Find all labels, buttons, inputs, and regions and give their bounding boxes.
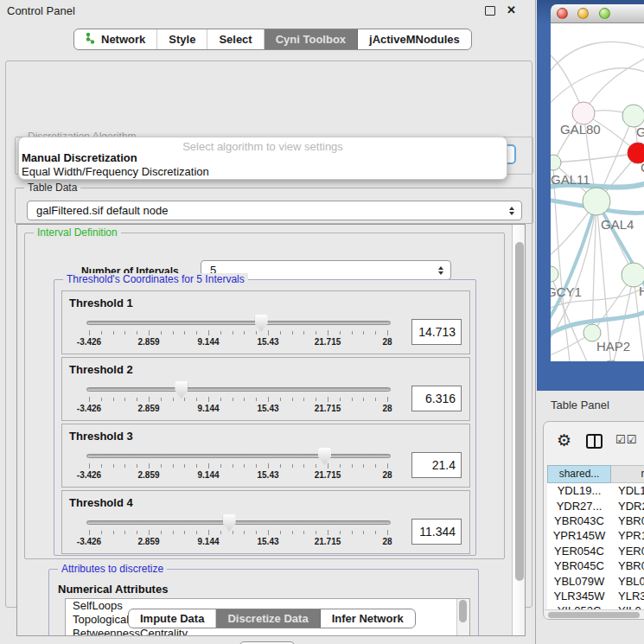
- interval-definition-group: Interval Definition Number of Intervals …: [24, 233, 505, 559]
- tick-mark: [101, 531, 102, 534]
- tick-mark: [113, 398, 114, 401]
- table-row[interactable]: YPR145WYPR1: [547, 528, 644, 543]
- threshold-value-field-4[interactable]: 11.344: [411, 519, 462, 545]
- tick-mark: [328, 397, 328, 402]
- cell-name: YBL0: [611, 575, 644, 588]
- slider-track[interactable]: [86, 387, 391, 392]
- tick-mark: [149, 397, 150, 402]
- tick-mark: [280, 331, 281, 335]
- attributes-list-scrollbar[interactable]: [456, 599, 469, 636]
- table-row[interactable]: YER054CYER0: [547, 544, 644, 558]
- bottom-tab-discretize-data[interactable]: Discretize Data: [216, 609, 320, 628]
- tick-mark: [161, 398, 162, 401]
- tick-mark: [316, 398, 316, 401]
- table-row[interactable]: YBR043CYBR0: [547, 513, 644, 528]
- gear-icon[interactable]: ⚙: [557, 430, 571, 450]
- slider-thumb-3[interactable]: [318, 448, 331, 465]
- dropdown-option-equal-width-frequency-discretization[interactable]: Equal Width/Frequency Discretization: [22, 165, 504, 179]
- column-header-name[interactable]: name: [611, 465, 644, 483]
- network-edge[interactable]: [592, 201, 596, 333]
- table-row[interactable]: YIL052CYIL0: [547, 603, 644, 609]
- split-columns-icon[interactable]: [586, 434, 603, 449]
- tick-mark: [89, 530, 90, 535]
- tick-label: -3.426: [70, 404, 108, 413]
- network-node-gcy1[interactable]: [551, 266, 558, 282]
- network-node-gal4[interactable]: [583, 188, 610, 215]
- threshold-value-field-1[interactable]: 14.713: [411, 319, 462, 345]
- threshold-slider-4[interactable]: -3.4262.8599.14415.4321.71528: [86, 513, 391, 553]
- bottom-tab-impute-data[interactable]: Impute Data: [129, 609, 216, 628]
- column-header-shared-name[interactable]: shared...: [547, 465, 611, 483]
- slider-thumb-2[interactable]: [175, 381, 188, 399]
- threshold-value-field-2[interactable]: 6.316: [411, 386, 462, 411]
- cell-shared-name: YDL19...: [547, 484, 611, 497]
- float-window-icon[interactable]: [485, 6, 495, 16]
- network-edge[interactable]: [551, 41, 644, 77]
- control-panel: Control Panel ✕ NetworkStyleSelectCyni T…: [0, 0, 536, 644]
- cell-shared-name: YLR345W: [547, 590, 611, 603]
- slider-thumb-4[interactable]: [223, 514, 236, 532]
- minimize-traffic-light-icon[interactable]: [577, 8, 589, 19]
- select-columns-checkboxes-icon[interactable]: ☑☑: [615, 433, 637, 446]
- cell-shared-name: YBL079W: [547, 575, 611, 588]
- tick-mark: [292, 398, 293, 401]
- network-edge[interactable]: [553, 153, 638, 163]
- tick-mark: [173, 531, 174, 534]
- tick-label: 9.144: [189, 404, 227, 413]
- network-canvas[interactable]: GAL80GACGAL11GAL4GCY1HHAP2: [551, 23, 644, 361]
- threshold-box-3: Threshold 3-3.4262.8599.14415.4321.71528…: [61, 424, 470, 488]
- table-row[interactable]: YDR27...YDR2: [547, 498, 644, 513]
- tab-network[interactable]: Network: [74, 29, 157, 49]
- tab-style[interactable]: Style: [157, 29, 207, 49]
- slider-track[interactable]: [86, 454, 391, 458]
- tick-mark: [244, 331, 245, 335]
- tick-label: 15.43: [249, 537, 287, 546]
- slider-thumb-1[interactable]: [255, 315, 268, 332]
- zoom-traffic-light-icon[interactable]: [599, 8, 610, 19]
- tick-mark: [161, 531, 162, 534]
- table-row[interactable]: YBR045CYBR0: [547, 558, 644, 573]
- table-panel-title: Table Panel: [551, 399, 609, 411]
- network-node[interactable]: [602, 360, 621, 361]
- threshold-slider-2[interactable]: -3.4262.8599.14415.4321.71528: [86, 380, 391, 420]
- threshold-slider-1[interactable]: -3.4262.8599.14415.4321.71528: [86, 314, 391, 354]
- tick-label: 28: [368, 404, 406, 413]
- table-row[interactable]: YDL19...YDL1: [547, 483, 644, 498]
- tab-select[interactable]: Select: [207, 29, 264, 49]
- tick-label: 28: [368, 470, 406, 480]
- tab-label: Style: [169, 33, 195, 46]
- tick-mark: [233, 531, 233, 534]
- table-data-combobox[interactable]: galFiltered.sif default node: [27, 201, 522, 220]
- table-horizontal-scrollbar[interactable]: [545, 609, 644, 620]
- settings-scrollbar-thumb[interactable]: [515, 242, 524, 581]
- tab-cyni-toolbox[interactable]: Cyni Toolbox: [265, 29, 358, 49]
- tick-mark: [124, 531, 125, 534]
- bottom-tab-infer-network[interactable]: Infer Network: [321, 609, 415, 628]
- tick-mark: [375, 398, 376, 401]
- tab-jactivemnodules[interactable]: jActiveMNodules: [358, 29, 471, 49]
- tick-mark: [184, 531, 185, 534]
- close-icon[interactable]: ✕: [507, 3, 516, 16]
- network-node-label: C: [641, 160, 644, 175]
- table-row[interactable]: YLR345WYLR3: [547, 589, 644, 603]
- tick-mark: [244, 464, 245, 468]
- settings-vertical-scrollbar[interactable]: [512, 225, 526, 636]
- attributes-to-discretize-label: Attributes to discretize: [58, 563, 167, 575]
- table-hscrollbar-thumb[interactable]: [548, 612, 640, 618]
- slider-track[interactable]: [86, 321, 391, 325]
- tick-label: 15.43: [249, 337, 287, 347]
- cell-shared-name: YBR043C: [547, 514, 611, 527]
- bottom-tab-label: Impute Data: [140, 612, 204, 625]
- network-edge-highlighted[interactable]: [551, 201, 596, 324]
- threshold-coordinates-group: Threshold's Coordinates for 5 Intervals …: [54, 279, 476, 556]
- threshold-value-field-3[interactable]: 21.4: [411, 452, 462, 478]
- tick-label: 15.43: [249, 470, 287, 480]
- attributes-list-scrollbar-thumb[interactable]: [459, 600, 467, 622]
- tick-label: -3.426: [70, 337, 108, 347]
- close-traffic-light-icon[interactable]: [557, 8, 568, 19]
- tick-mark: [244, 531, 245, 534]
- slider-track[interactable]: [86, 520, 391, 525]
- dropdown-option-manual-discretization[interactable]: Manual Discretization: [22, 151, 504, 165]
- threshold-slider-3[interactable]: -3.4262.8599.14415.4321.71528: [86, 447, 391, 487]
- table-row[interactable]: YBL079WYBL0: [547, 573, 644, 588]
